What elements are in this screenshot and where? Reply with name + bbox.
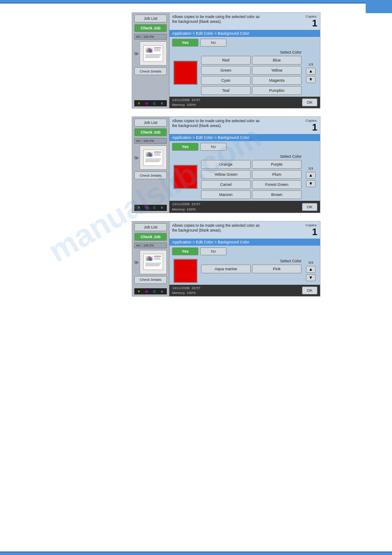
ok-button-3[interactable]: OK (302, 287, 317, 294)
color-btn-blue-1[interactable]: Blue (252, 56, 302, 65)
color-bar-2: Y M C K (134, 205, 167, 211)
svg-rect-17 (154, 153, 160, 154)
check-job-button-2[interactable]: Check Job (134, 128, 167, 136)
header-copies-3: Copies: 1 (306, 223, 317, 237)
color-btn-purple-2[interactable]: Purple (252, 160, 302, 169)
color-btn-pink-3[interactable]: Pink (252, 265, 302, 273)
y-dot-2: Y (138, 206, 140, 210)
footer-info-1: 13/11/2006 20:57 Memory 100% (172, 98, 201, 107)
pagination-area-2: 2/3 ▲ ▼ (304, 154, 317, 199)
sidebar-panel3: Job List Check Job A4 □ 100.0% Q₂ (132, 221, 169, 296)
svg-point-26 (149, 258, 152, 261)
color-preview-3 (173, 259, 198, 283)
svg-rect-19 (145, 159, 161, 160)
preview-box-2 (140, 145, 167, 170)
yes-button-3[interactable]: Yes (172, 247, 198, 255)
header-copies-1: Copies: 1 (306, 15, 317, 28)
color-preview-area-3 (172, 259, 198, 283)
color-btn-orange-2[interactable]: Orange (201, 160, 251, 169)
check-job-button-1[interactable]: Check Job (134, 24, 167, 32)
doc-preview-1 (143, 45, 164, 62)
queue-label-2: Q₂ (134, 156, 138, 160)
footer-panel3: 13/11/2006 20:57 Memory 100% OK (169, 285, 320, 296)
footer-memory-2: Memory 100% (172, 207, 201, 212)
header-desc-3: Allows copies to be made using the selec… (172, 223, 260, 233)
page-indicator-2: 2/3 (308, 167, 313, 170)
copies-number-1: 1 (312, 18, 317, 28)
check-details-button-2[interactable]: Check Details (134, 171, 167, 179)
job-list-button-2[interactable]: Job List (134, 119, 167, 127)
page-up-button-2[interactable]: ▲ (306, 172, 316, 179)
sidebar-panel2: Job List Check Job A4 □ 100.0% Q₂ (132, 117, 169, 212)
preview-box-1 (140, 41, 167, 65)
select-color-label-2: Select Color (201, 154, 302, 159)
color-btn-pumpkin-1[interactable]: Pumpkin (252, 86, 302, 95)
color-btn-teal-1[interactable]: Teal (201, 86, 251, 95)
color-btn-camel-2[interactable]: Camel (201, 180, 251, 189)
color-grid-area-2: Select Color Orange Purple Yellow Green … (201, 154, 302, 199)
check-details-button-1[interactable]: Check Details (134, 67, 167, 75)
select-color-section-1: Select Color Red Blue Green Yellow Cyan … (169, 48, 320, 97)
footer-panel2: 13/11/2006 20:57 Memory 100% OK (169, 201, 320, 212)
copies-number-2: 1 (312, 123, 317, 132)
main-panel3: Allows copies to be made using the selec… (169, 221, 320, 296)
svg-rect-21 (145, 161, 159, 162)
yes-button-2[interactable]: Yes (172, 143, 198, 151)
color-bar-1: Y M C K (134, 100, 167, 106)
svg-rect-20 (145, 160, 160, 161)
k-dot-3: K (161, 290, 163, 294)
job-list-button-1[interactable]: Job List (134, 15, 167, 22)
svg-rect-29 (154, 259, 161, 260)
color-btn-yellowgreen-2[interactable]: Yellow Green (201, 170, 251, 179)
k-dot-1: K (161, 102, 163, 105)
header-copies-2: Copies: 1 (306, 119, 317, 132)
copies-number-3: 1 (312, 227, 317, 237)
svg-rect-6 (154, 49, 160, 50)
color-grid-area-1: Select Color Red Blue Green Yellow Cyan … (201, 50, 302, 95)
color-preview-2 (173, 165, 198, 189)
yes-button-1[interactable]: Yes (172, 39, 198, 47)
footer-memory-3: Memory 100% (172, 290, 201, 295)
header-desc-2: Allows copies to be made using the selec… (172, 119, 260, 128)
queue-label-1: Q₂ (134, 51, 138, 55)
color-preview-1 (173, 61, 198, 85)
no-button-2[interactable]: No (200, 143, 227, 151)
ok-button-2[interactable]: OK (302, 203, 317, 211)
color-btn-cyan-1[interactable]: Cyan (201, 76, 251, 85)
color-btn-maroon-2[interactable]: Maroon (201, 190, 251, 199)
page-down-button-1[interactable]: ▼ (306, 76, 316, 83)
c-dot-2: C (153, 206, 156, 210)
status-text-3: A4 □ 100.0% (136, 244, 154, 247)
color-btn-red-1[interactable]: Red (201, 56, 251, 65)
no-button-3[interactable]: No (200, 247, 227, 255)
page-down-button-2[interactable]: ▼ (306, 180, 316, 187)
page-down-button-3[interactable]: ▼ (306, 274, 316, 281)
printer-ui-panel2: Job List Check Job A4 □ 100.0% Q₂ (132, 116, 320, 213)
job-list-button-3[interactable]: Job List (134, 223, 167, 231)
svg-rect-16 (154, 152, 161, 152)
color-buttons-grid-2: Orange Purple Yellow Green Plum Camel Fo… (201, 160, 302, 199)
color-btn-plum-2[interactable]: Plum (252, 170, 302, 179)
top-bar (0, 0, 392, 4)
color-btn-aquamarine-3[interactable]: Aqua marine (201, 265, 251, 273)
color-btn-magenta-1[interactable]: Magenta (252, 76, 302, 85)
svg-rect-5 (154, 47, 161, 48)
svg-point-15 (149, 153, 152, 157)
breadcrumb-1: Application > Edit Color > Background Co… (169, 30, 320, 37)
svg-rect-31 (145, 264, 160, 265)
no-button-1[interactable]: No (200, 39, 227, 47)
page-up-button-3[interactable]: ▲ (306, 266, 316, 273)
select-color-section-2: Select Color Orange Purple Yellow Green … (169, 152, 320, 201)
check-details-button-3[interactable]: Check Details (134, 276, 167, 284)
page-up-button-1[interactable]: ▲ (306, 68, 316, 75)
yes-no-bar-1: Yes No (169, 37, 320, 48)
color-btn-forestgreen-2[interactable]: Forest Green (252, 180, 302, 189)
ok-button-1[interactable]: OK (302, 98, 317, 106)
page-indicator-1: 1/3 (308, 62, 313, 66)
color-btn-yellow-1[interactable]: Yellow (252, 66, 302, 75)
color-preview-area-2 (172, 154, 198, 199)
k-dot-2: K (161, 206, 163, 210)
color-btn-green-1[interactable]: Green (201, 66, 251, 75)
color-btn-brown-2[interactable]: Brown (252, 190, 302, 199)
check-job-button-3[interactable]: Check Job (134, 233, 167, 241)
